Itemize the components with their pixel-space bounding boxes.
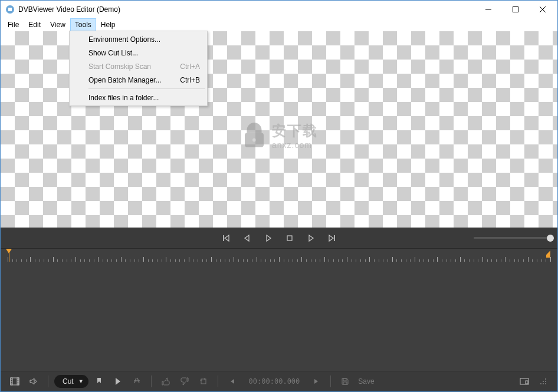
menu-separator — [88, 88, 205, 89]
marker-in-button[interactable] — [91, 374, 107, 388]
watermark-text-en: anxz.com — [272, 140, 318, 149]
svg-point-27 — [545, 381, 546, 382]
film-button[interactable] — [6, 374, 23, 388]
bottom-toolbar: Cut ▼ 00:00:00.000 Save — [1, 371, 557, 391]
skip-forward-button[interactable] — [324, 231, 340, 245]
menu-item-index-files[interactable]: Index files in a folder... — [71, 91, 206, 104]
skip-back-button[interactable] — [218, 231, 234, 245]
player-controls — [1, 228, 557, 248]
separator — [218, 375, 218, 387]
menu-item-label: Index files in a folder... — [88, 94, 159, 102]
timeline[interactable] — [1, 248, 557, 371]
svg-point-5 — [252, 138, 256, 141]
crop-button[interactable] — [195, 374, 212, 388]
menu-tools[interactable]: Tools — [70, 18, 96, 31]
svg-point-26 — [543, 381, 544, 382]
menu-help[interactable]: Help — [96, 18, 120, 31]
menu-item-environment-options[interactable]: Environment Options... — [71, 32, 206, 46]
menu-item-label: Environment Options... — [88, 35, 160, 44]
titlebar: DVBViewer Video Editor (Demo) — [1, 1, 557, 18]
menu-item-label: Start Comskip Scan — [88, 62, 151, 71]
menu-file[interactable]: File — [3, 18, 24, 31]
minimize-button[interactable] — [475, 1, 502, 18]
lock-icon — [240, 121, 268, 149]
svg-point-30 — [545, 383, 546, 384]
svg-rect-1 — [8, 8, 12, 11]
menu-item-show-cut-list[interactable]: Show Cut List... — [71, 46, 206, 60]
svg-point-29 — [543, 383, 544, 384]
close-button[interactable] — [529, 1, 556, 18]
svg-rect-22 — [343, 382, 347, 384]
svg-rect-3 — [513, 7, 518, 12]
cut-mode-dropdown[interactable]: Cut ▼ — [54, 375, 88, 388]
step-back-button[interactable] — [239, 231, 255, 245]
save-button[interactable] — [337, 374, 353, 388]
separator — [151, 375, 152, 387]
watermark-text-cn: 安下载 — [272, 121, 318, 140]
menu-item-shortcut: Ctrl+A — [180, 62, 200, 71]
svg-rect-6 — [223, 235, 224, 241]
save-label: Save — [358, 377, 374, 386]
menu-edit[interactable]: Edit — [24, 18, 45, 31]
svg-rect-21 — [343, 378, 346, 381]
play-button[interactable] — [260, 231, 277, 245]
timecode-display: 00:00:00.000 — [249, 377, 300, 386]
resize-grip[interactable] — [535, 374, 552, 388]
menu-item-label: Open Batch Manager... — [88, 76, 161, 84]
svg-point-28 — [540, 383, 541, 384]
menu-item-open-batch-manager[interactable]: Open Batch Manager... Ctrl+B — [71, 73, 206, 87]
step-forward-button[interactable] — [303, 231, 319, 245]
svg-rect-8 — [334, 235, 336, 241]
menu-item-label: Show Cut List... — [88, 49, 138, 57]
svg-point-25 — [545, 378, 546, 380]
menubar: File Edit View Tools Help — [1, 18, 557, 31]
stop-button[interactable] — [281, 231, 298, 245]
thumbs-up-button[interactable] — [157, 374, 174, 388]
watermark: 安下载 anxz.com — [240, 121, 318, 149]
cut-mode-label: Cut — [63, 377, 74, 386]
thumbs-down-button[interactable] — [176, 374, 193, 388]
timeline-body[interactable] — [8, 262, 550, 371]
menu-view[interactable]: View — [45, 18, 70, 31]
svg-rect-18 — [201, 379, 206, 384]
next-cut-button[interactable] — [308, 374, 324, 388]
maximize-button[interactable] — [502, 1, 529, 18]
marker-out-button[interactable] — [110, 374, 126, 388]
svg-rect-7 — [287, 236, 292, 241]
separator — [48, 375, 48, 387]
menu-item-shortcut: Ctrl+B — [180, 76, 200, 84]
app-icon — [5, 5, 15, 14]
timeline-ruler[interactable] — [8, 249, 550, 262]
tools-dropdown: Environment Options... Show Cut List... … — [69, 31, 208, 106]
chevron-down-icon: ▼ — [78, 378, 84, 384]
menu-item-start-comskip-scan: Start Comskip Scan Ctrl+A — [71, 60, 206, 73]
slider-thumb[interactable] — [547, 235, 554, 242]
layout-button[interactable] — [516, 374, 533, 388]
separator — [330, 375, 331, 387]
prev-cut-button[interactable] — [224, 374, 241, 388]
window-title: DVBViewer Video Editor (Demo) — [18, 5, 475, 14]
speed-slider[interactable] — [474, 234, 550, 242]
delete-marker-button[interactable] — [129, 374, 145, 388]
svg-rect-24 — [526, 381, 528, 384]
svg-rect-2 — [485, 9, 491, 10]
audio-button[interactable] — [25, 374, 42, 388]
